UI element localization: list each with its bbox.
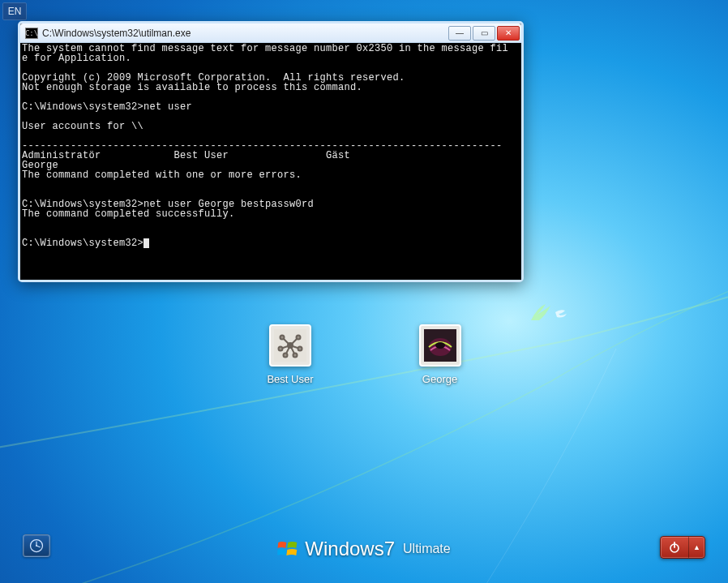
brand-version: 7 [384,538,395,559]
window-titlebar[interactable]: C:\ C:\Windows\system32\utilman.exe — ▭ … [20,24,521,43]
user-tile-george[interactable]: George [419,324,461,385]
shutdown-button[interactable] [661,537,688,558]
terminal-cursor [143,238,149,248]
terminal-output[interactable]: The system cannot find message text for … [20,43,521,280]
user-tile-best-user[interactable]: Best User [267,324,313,385]
brand-edition: Ultimate [403,542,451,556]
svg-point-6 [283,354,287,358]
maximize-button[interactable]: ▭ [473,26,495,41]
command-prompt-window: C:\ C:\Windows\system32\utilman.exe — ▭ … [18,21,524,282]
window-title: C:\Windows\system32\utilman.exe [42,28,448,39]
ease-of-access-button[interactable] [23,534,50,557]
power-icon [668,541,681,554]
brand-wordmark: Windows [305,538,383,559]
user-label: George [419,373,461,385]
svg-point-5 [298,347,302,351]
avatar [269,324,311,367]
svg-point-3 [296,336,300,340]
cmd-icon: C:\ [25,28,38,39]
svg-point-4 [278,347,282,351]
close-button[interactable]: ✕ [497,26,520,41]
language-indicator[interactable]: EN [2,2,27,20]
windows-logo-icon [277,540,298,558]
avatar [419,324,461,367]
svg-point-7 [293,354,297,358]
svg-point-10 [435,342,445,349]
svg-point-2 [280,336,284,340]
windows-brand: Windows7 Ultimate [277,538,450,560]
user-account-list: Best User George [0,324,728,385]
user-label: Best User [267,373,313,385]
minimize-button[interactable]: — [448,26,471,41]
accessibility-icon [28,538,45,554]
power-menu-arrow[interactable]: ▲ [688,537,704,558]
power-options: ▲ [660,536,705,559]
